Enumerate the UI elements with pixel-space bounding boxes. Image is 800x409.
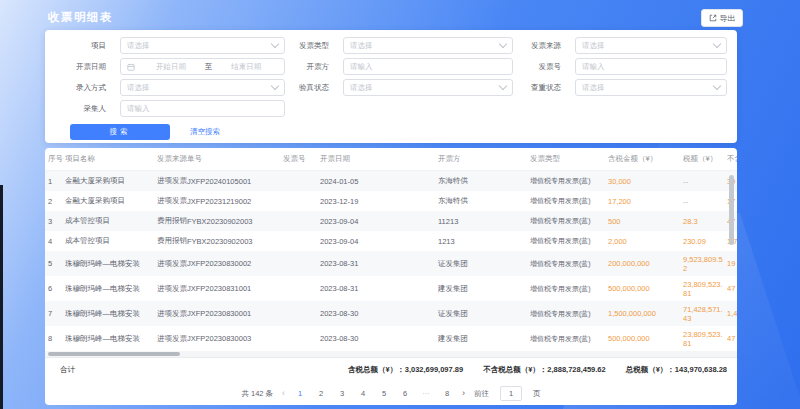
cell-index: 1 (45, 177, 65, 186)
invoice-date-range-picker[interactable]: 开始日期 至 结束日期 (120, 58, 285, 75)
cell-invoice-type: 增值税专用发票(蓝) (530, 309, 608, 319)
cell-amount-with-tax: 1,500,000,000 (608, 309, 683, 318)
table-row[interactable]: 6珠穆朗玛峰—电梯安装进项发票JXFP202308310012023-08-31… (45, 276, 737, 301)
cell-issuer: 东海特供 (438, 196, 530, 206)
cell-index: 7 (45, 309, 65, 318)
invoice-source-select[interactable]: 请选择 (575, 37, 727, 54)
horizontal-scrollbar-thumb[interactable] (48, 352, 180, 356)
cell-issuer: 建发集团 (438, 334, 530, 344)
total-count: 共 142 条 (241, 389, 273, 399)
table-row[interactable]: 8珠穆朗玛峰—电梯安装进项发票JXFP202308300032023-08-30… (45, 326, 737, 351)
horizontal-scrollbar-track (45, 351, 737, 357)
table-row[interactable]: 4成本管控项目费用报销FYBX202309020032023-09-041213… (45, 231, 737, 251)
table-row[interactable]: 1金融大厦采购项目进项发票JXFP202401050012024-01-05东海… (45, 171, 737, 191)
issuer-input[interactable] (343, 58, 513, 75)
page-button[interactable]: 6 (399, 389, 411, 398)
collector-label: 采集人 (45, 104, 110, 114)
export-button[interactable]: 导出 (701, 9, 743, 27)
cell-project-name: 成本管控项目 (65, 236, 157, 246)
project-placeholder: 请选择 (127, 41, 150, 51)
page-button[interactable]: 8 (441, 389, 453, 398)
chevron-down-icon (713, 82, 721, 90)
cell-index: 4 (45, 237, 65, 246)
cell-index: 3 (45, 217, 65, 226)
cell-project-name: 成本管控项目 (65, 216, 157, 226)
summary-label: 合计 (45, 365, 75, 375)
cell-project-name: 珠穆朗玛峰—电梯安装 (65, 309, 157, 319)
prev-page-button[interactable]: ‹ (282, 389, 285, 398)
chevron-down-icon (271, 82, 279, 90)
cell-invoice-type: 增值税专用发票(蓝) (530, 196, 608, 206)
invoice-type-select[interactable]: 请选择 (343, 37, 513, 54)
project-select[interactable]: 请选择 (120, 37, 285, 54)
cell-invoice-type: 增值税专用发票(蓝) (530, 334, 608, 344)
cell-doc-no: JXFP20230830003 (187, 334, 283, 343)
table-row[interactable]: 5珠穆朗玛峰—电梯安装进项发票JXFP202308300022023-08-31… (45, 251, 737, 276)
cell-issuer: 11213 (438, 217, 530, 226)
invoice-no-input[interactable] (575, 58, 727, 75)
goto-page-input[interactable] (500, 386, 522, 401)
cell-amount-with-tax: 500,000,000 (608, 284, 683, 293)
column-header: 发票号 (283, 154, 320, 164)
next-page-button[interactable]: › (462, 389, 465, 398)
cell-project-name: 珠穆朗玛峰—电梯安装 (65, 334, 157, 344)
invoice-type-label: 发票类型 (285, 41, 333, 51)
cell-invoice-source: 费用报销 (157, 216, 187, 226)
cell-index: 8 (45, 334, 65, 343)
verify-status-placeholder: 请选择 (350, 83, 373, 93)
page-button[interactable]: 3 (336, 389, 348, 398)
page-button[interactable]: 2 (315, 389, 327, 398)
start-date-input[interactable]: 开始日期 (139, 62, 203, 72)
table-row[interactable]: 7珠穆朗玛峰—电梯安装进项发票JXFP202308300012023-08-30… (45, 301, 737, 326)
verify-status-select[interactable]: 请选择 (343, 79, 513, 96)
column-header: 发票来源 (157, 154, 187, 164)
cell-invoice-date: 2023-08-31 (320, 259, 438, 268)
cell-invoice-source: 进项发票 (157, 334, 187, 344)
entry-method-placeholder: 请选择 (127, 83, 150, 93)
cell-invoice-source: 进项发票 (157, 259, 187, 269)
export-label: 导出 (720, 13, 736, 24)
cell-tax: 23,809,523.81 (683, 280, 727, 298)
search-button[interactable]: 搜索 (70, 124, 170, 140)
clear-search-link[interactable]: 清空搜索 (190, 127, 220, 137)
page-button[interactable]: 4 (357, 389, 369, 398)
page-title: 收票明细表 (48, 10, 113, 25)
cell-index: 5 (45, 259, 65, 268)
cell-amount-with-tax: 2,000 (608, 237, 683, 246)
cell-invoice-source: 进项发票 (157, 284, 187, 294)
table-row[interactable]: 2金融大厦采购项目进项发票JXFP202312190022023-12-19东海… (45, 191, 737, 211)
chevron-down-icon (499, 40, 507, 48)
cell-amount-with-tax: 500 (608, 217, 683, 226)
cell-amount-without-tax: 19 (727, 259, 737, 268)
collector-input[interactable] (120, 100, 285, 117)
cell-tax: 9,523,809.52 (683, 255, 727, 273)
cell-invoice-date: 2023-12-19 (320, 197, 438, 206)
cell-invoice-source: 进项发票 (157, 309, 187, 319)
cell-invoice-source: 进项发票 (157, 196, 187, 206)
cell-invoice-type: 增值税专用发票(蓝) (530, 259, 608, 269)
date-separator: 至 (203, 62, 215, 72)
cell-tax: 230.09 (683, 237, 727, 246)
entry-method-select[interactable]: 请选择 (120, 79, 285, 96)
cell-tax: -- (683, 177, 727, 186)
end-date-input[interactable]: 结束日期 (214, 62, 278, 72)
column-header: 开票日期 (320, 154, 438, 164)
column-header: 开票方 (438, 154, 530, 164)
cell-issuer: 证发集团 (438, 309, 530, 319)
chevron-down-icon (271, 40, 279, 48)
cell-doc-no: JXFP20230831001 (187, 284, 283, 293)
page-button[interactable]: 1 (294, 389, 306, 398)
cell-project-name: 金融大厦采购项目 (65, 196, 157, 206)
dedup-status-select[interactable]: 请选择 (575, 79, 727, 96)
page-button[interactable]: 5 (378, 389, 390, 398)
cell-tax: -- (683, 197, 727, 206)
cell-tax: 71,428,571.43 (683, 305, 727, 323)
summary-total-tax: 总税额（¥）：143,970,638.28 (626, 365, 727, 375)
goto-label: 前往 (474, 389, 489, 399)
cell-doc-no: JXFP20230830001 (187, 309, 283, 318)
vertical-scrollbar-thumb[interactable] (729, 175, 734, 245)
column-header: 单号 (187, 154, 283, 164)
cell-invoice-date: 2023-08-31 (320, 284, 438, 293)
cell-amount-with-tax: 500,000,000 (608, 334, 683, 343)
table-row[interactable]: 3成本管控项目费用报销FYBX202309020032023-09-041121… (45, 211, 737, 231)
